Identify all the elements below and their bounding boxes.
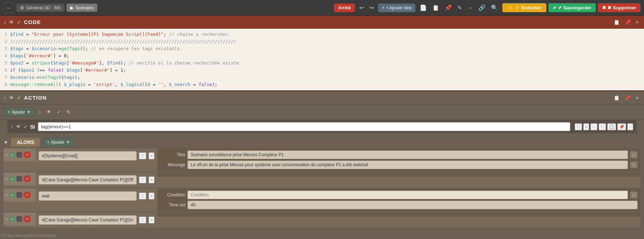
on-list-btn[interactable]: ☰ (139, 216, 146, 224)
si-check-icon[interactable]: ✓ (24, 124, 28, 129)
action-eye-icon[interactable]: 👁 (9, 95, 14, 101)
action-eye-icon2[interactable]: 👁 (45, 109, 53, 115)
supprimer-button[interactable]: ✖ ✖ Supprimer (598, 3, 640, 12)
action-close-btn[interactable]: × (634, 94, 640, 101)
action-row-off-right (157, 172, 640, 177)
on-command-input[interactable] (39, 215, 137, 225)
wait-condition-input[interactable] (187, 191, 628, 199)
action-paste-btn[interactable]: 📌 (623, 94, 633, 101)
si-list-icon[interactable]: ☰ (575, 123, 582, 130)
off-list-btn[interactable]: ☰ (139, 176, 146, 183)
action-title: ACTION (24, 95, 47, 101)
arrete-button[interactable]: Arrêté (334, 4, 355, 12)
email-command-input[interactable] (39, 151, 137, 161)
off-remove-btn[interactable]: − (24, 175, 31, 182)
action-row-on-left: ↕ ✓ − (4, 212, 36, 225)
sauvegarder-button[interactable]: ✔ ✔ Sauvegarder (548, 3, 596, 12)
file-icons-group: 📄 📋 📌 ✎ → 🔗 🔍 (418, 3, 500, 13)
back-button[interactable]: ← (4, 3, 14, 13)
executer-button[interactable]: ⚡ ⚡ Exécuter (502, 3, 546, 12)
email-titre-row: Titre □ (160, 150, 638, 159)
off-checkbox[interactable]: ✓ (9, 176, 15, 182)
si-eye-icon[interactable]: 👁 (16, 124, 21, 129)
action-check-icon2[interactable]: ✓ (55, 109, 63, 115)
ajouter-bloc-button[interactable]: + + Ajouter bloc (378, 4, 415, 12)
alors-section: ▼ ALORS + Ajouter ▼ ↕ ✓ − ☰ ■ (0, 135, 644, 228)
wait-checkbox[interactable]: ✓ (9, 192, 15, 198)
general-icon: ⚙ (20, 5, 24, 10)
tab-scenario[interactable]: ▶ Scénario (67, 4, 97, 12)
si-input[interactable] (38, 122, 570, 131)
email-color-sq[interactable] (16, 152, 22, 158)
si-label: SI (30, 124, 35, 130)
code-editor[interactable]: 1 $find = "Erreur pour [Systeme][P1 Sage… (0, 29, 644, 91)
code-paste-btn[interactable]: 📌 (623, 19, 633, 26)
undo-redo-group: ↩ ↪ (357, 3, 376, 13)
on-color-sq[interactable] (16, 216, 22, 222)
si-copy-icon[interactable]: 📋 (607, 123, 616, 130)
ajouter-action-btn[interactable]: + Ajouter ▼ (4, 107, 35, 117)
wait-color-sq[interactable] (16, 192, 22, 198)
wait-command-input[interactable] (39, 191, 137, 201)
wait-condition-row: Condition □ (160, 191, 638, 199)
off-table-btn[interactable]: ■ (148, 176, 155, 183)
action-row-off: ↕ ✓ − ☰ ■ (4, 172, 640, 187)
ajouter-dropdown-icon[interactable]: ▼ (26, 110, 31, 115)
action-arrows-icon2: ↕ (37, 109, 43, 115)
code-copy-btn[interactable]: 📋 (612, 19, 621, 26)
email-table-btn[interactable]: ■ (148, 152, 155, 159)
code-close-btn[interactable]: × (634, 19, 640, 26)
wait-remove-btn[interactable]: − (24, 191, 31, 199)
action-row-on-right (157, 212, 640, 217)
action-row-on-mid: ☰ ■ (36, 212, 157, 228)
si-paste-icon[interactable]: 📌 (617, 123, 626, 130)
email-message-input[interactable] (187, 161, 628, 169)
on-remove-btn[interactable]: − (24, 215, 31, 223)
export-icon[interactable]: → (465, 3, 475, 13)
email-checkbox[interactable]: ✓ (9, 152, 15, 158)
alors-ajouter-btn[interactable]: + Ajouter ▼ (43, 138, 74, 147)
off-command-input[interactable] (39, 175, 137, 185)
wait-condition-expand-btn[interactable]: □ (630, 191, 638, 199)
footer-note: (c) http://www.jeedom.com/doc/jee... (1, 234, 59, 238)
search-icon[interactable]: 🔍 (489, 3, 500, 13)
si-row: ↕ 👁 ✓ SI ☰ ■ ↩ ⚙ 📋 📌 × (7, 120, 637, 133)
si-close-icon[interactable]: × (627, 123, 633, 130)
action-check-icon[interactable]: ✓ (17, 95, 21, 101)
email-list-btn[interactable]: ☰ (139, 152, 146, 159)
undo-button[interactable]: ↩ (357, 3, 366, 13)
code-title: CODE (24, 19, 41, 25)
off-color-sq[interactable] (16, 176, 22, 182)
action-section-header: ↕ 👁 ✓ ACTION 📋 📌 × (0, 91, 644, 104)
action-copy-btn[interactable]: 📋 (612, 94, 621, 101)
email-remove-btn[interactable]: − (24, 151, 31, 158)
email-titre-expand-btn[interactable]: □ (630, 151, 638, 158)
on-checkbox[interactable]: ✓ (9, 216, 15, 222)
edit-icon[interactable]: ✎ (455, 3, 464, 13)
code-line-3: 3 $tags = $scenario->getTags(); // on re… (0, 45, 644, 52)
eye-icon[interactable]: 👁 (9, 19, 14, 25)
redo-button[interactable]: ↪ (367, 3, 376, 13)
paste-icon[interactable]: 📌 (443, 3, 454, 13)
alors-chevron[interactable]: ▼ (4, 140, 8, 145)
si-table-icon[interactable]: ■ (583, 123, 589, 130)
link-icon[interactable]: 🔗 (476, 3, 488, 13)
wait-table-btn[interactable]: ■ (148, 192, 155, 200)
on-table-btn[interactable]: ■ (148, 216, 155, 224)
copy-icon[interactable]: 📋 (430, 3, 441, 13)
email-message-row: Message □ (160, 161, 638, 169)
action-row-on: ↕ ✓ − ☰ ■ (4, 212, 640, 228)
email-message-expand-btn[interactable]: □ (630, 161, 638, 168)
wait-list-btn[interactable]: ☰ (139, 192, 146, 200)
action-refresh-icon[interactable]: ↻ (65, 109, 72, 115)
wait-timeout-input[interactable] (187, 201, 638, 209)
email-titre-input[interactable] (187, 150, 628, 159)
alors-dropdown-icon[interactable]: ▼ (66, 140, 70, 145)
check-icon[interactable]: ✓ (17, 19, 21, 25)
action-row-email-mid: ☰ ■ (36, 148, 157, 163)
tab-general[interactable]: ⚙ Général (ID : 88) (16, 4, 64, 12)
code-section-header: ↕ 👁 ✓ CODE 📋 📌 × (0, 16, 644, 29)
si-settings-icon[interactable]: ⚙ (599, 123, 606, 130)
si-undo-icon[interactable]: ↩ (590, 123, 597, 130)
save-file-icon[interactable]: 📄 (418, 3, 429, 13)
